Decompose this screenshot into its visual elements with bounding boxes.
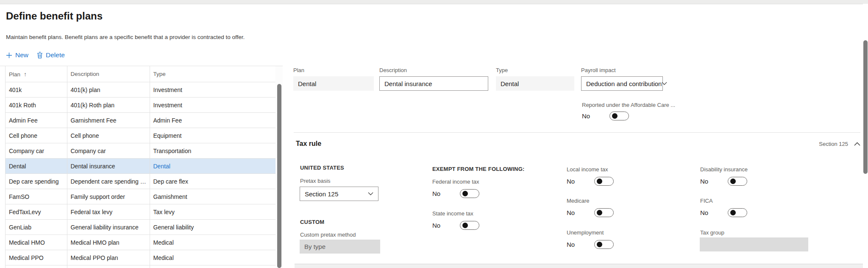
plan-cell[interactable]: Cell phone (6, 128, 67, 143)
page-scrollbar[interactable] (863, 4, 868, 268)
type-cell[interactable]: Medical (150, 250, 275, 265)
disability-insurance-label: Disability insurance (700, 166, 748, 173)
type-cell[interactable]: Garnishment (150, 189, 275, 204)
plan-cell[interactable]: Dep care spending (6, 174, 67, 189)
plan-field-group: Plan Dental (293, 67, 374, 91)
grid-scrollbar[interactable] (275, 66, 283, 268)
description-cell[interactable]: Dental insurance (67, 159, 150, 174)
table-row[interactable]: Company carCompany carTransportation (6, 143, 275, 159)
column-header-plan[interactable]: Plan↑ (6, 66, 67, 82)
disability-insurance-toggle[interactable] (728, 177, 747, 186)
toggle-knob (597, 179, 602, 184)
type-cell (150, 265, 275, 268)
description-cell (67, 265, 150, 268)
grid-scrollbar-thumb[interactable] (277, 84, 281, 268)
table-row[interactable]: Medical HMOMedical HMO planMedical (6, 235, 275, 250)
description-cell[interactable]: Garnishment Fee (67, 113, 150, 128)
description-cell[interactable]: Federal tax levy (67, 204, 150, 220)
chevron-down-icon (662, 82, 667, 85)
unemployment-row: No (567, 240, 614, 249)
plans-grid: Plan↑ Description Type 401k401(k) planIn… (5, 66, 276, 268)
disability-insurance-row: No (700, 176, 747, 186)
local-income-tax-value: No (567, 178, 594, 185)
tax-rule-heading: Tax rule (296, 140, 321, 148)
type-cell[interactable]: Admin Fee (150, 113, 275, 128)
payroll-impact-dropdown[interactable]: Deduction and contribution (581, 76, 663, 91)
fica-toggle[interactable] (728, 208, 747, 217)
table-row[interactable]: 401k401(k) planInvestment (6, 82, 275, 98)
table-row (6, 265, 275, 268)
plan-cell[interactable]: FamSO (6, 189, 67, 204)
description-cell[interactable]: Medical HMO plan (67, 235, 150, 250)
description-cell[interactable]: Dependent care spending accou... (67, 174, 150, 189)
type-cell[interactable]: Medical (150, 235, 275, 250)
description-cell[interactable]: 401(k) Roth plan (67, 98, 150, 113)
type-field[interactable]: Dental (496, 76, 574, 91)
state-income-tax-label: State income tax (432, 210, 473, 217)
delete-button[interactable]: Delete (37, 51, 65, 59)
tax-group-field (700, 237, 808, 251)
type-cell[interactable]: Transportation (150, 143, 275, 159)
description-cell[interactable]: Family support order (67, 189, 150, 204)
description-cell[interactable]: General liability insurance (67, 220, 150, 235)
table-row[interactable]: DentalDental insuranceDental (6, 159, 275, 174)
table-row[interactable]: FamSOFamily support orderGarnishment (6, 189, 275, 204)
delete-button-label: Delete (46, 51, 65, 59)
local-income-tax-toggle[interactable] (594, 177, 614, 186)
type-cell[interactable]: Investment (150, 82, 275, 98)
medicare-label: Medicare (567, 198, 589, 204)
description-cell[interactable]: Company car (67, 143, 150, 159)
table-row[interactable]: FedTaxLevyFederal tax levyTax levy (6, 204, 275, 220)
type-cell[interactable]: General liability (150, 220, 275, 235)
table-row[interactable]: 401k Roth401(k) Roth planInvestment (6, 98, 275, 113)
pretax-basis-dropdown[interactable]: Section 125 (300, 187, 378, 201)
description-cell[interactable]: 401(k) plan (67, 82, 150, 98)
column-header-type[interactable]: Type (150, 66, 275, 82)
table-row[interactable]: Dep care spendingDependent care spending… (6, 174, 275, 189)
plan-cell[interactable]: GenLiab (6, 220, 67, 235)
state-income-tax-row: No (432, 221, 479, 230)
unemployment-toggle[interactable] (594, 240, 614, 249)
plan-cell[interactable]: Admin Fee (6, 113, 67, 128)
plan-cell[interactable]: Company car (6, 143, 67, 159)
toolbar: New Delete (6, 50, 65, 60)
type-cell[interactable]: Investment (150, 98, 275, 113)
chevron-up-icon[interactable] (854, 142, 860, 146)
type-cell[interactable]: Equipment (150, 128, 275, 143)
page-scrollbar-thumb[interactable] (863, 40, 868, 174)
state-income-tax-value: No (432, 222, 460, 229)
table-row[interactable]: Admin FeeGarnishment FeeAdmin Fee (6, 113, 275, 128)
unemployment-value: No (567, 241, 594, 248)
type-cell[interactable]: Dep care flex (150, 174, 275, 189)
united-states-heading: UNITED STATES (300, 165, 344, 171)
type-cell[interactable]: Tax levy (150, 204, 275, 220)
description-cell[interactable]: Cell phone (67, 128, 150, 143)
disability-insurance-value: No (700, 178, 728, 185)
table-row[interactable]: Cell phoneCell phoneEquipment (6, 128, 275, 143)
page-title: Define benefit plans (6, 10, 103, 22)
plan-cell[interactable]: 401k (6, 82, 67, 98)
new-button[interactable]: New (6, 51, 28, 59)
plan-cell[interactable]: FedTaxLevy (6, 204, 67, 220)
tax-rule-section-header: Section 125 (797, 141, 860, 147)
payroll-impact-value: Deduction and contribution (586, 80, 662, 87)
description-cell[interactable]: Medical PPO plan (67, 250, 150, 265)
federal-income-tax-toggle[interactable] (460, 189, 479, 198)
page-subtitle: Maintain benefit plans. Benefit plans ar… (6, 34, 245, 40)
column-header-description[interactable]: Description (67, 66, 150, 82)
description-field[interactable]: Dental insurance (379, 76, 488, 91)
medicare-toggle[interactable] (594, 208, 614, 217)
aca-toggle[interactable] (609, 112, 629, 120)
local-income-tax-row: No (567, 176, 614, 186)
plan-cell[interactable]: Dental (6, 159, 67, 174)
plan-cell[interactable]: Medical HMO (6, 235, 67, 250)
type-cell[interactable]: Dental (150, 159, 275, 174)
new-button-label: New (15, 51, 28, 59)
plan-cell[interactable]: Medical PPO (6, 250, 67, 265)
payroll-impact-label: Payroll impact (581, 67, 663, 73)
table-row[interactable]: GenLiabGeneral liability insuranceGenera… (6, 220, 275, 235)
table-row[interactable]: Medical PPOMedical PPO planMedical (6, 250, 275, 265)
state-income-tax-toggle[interactable] (460, 221, 479, 230)
tax-rule-divider (294, 132, 860, 133)
plan-cell[interactable]: 401k Roth (6, 98, 67, 113)
